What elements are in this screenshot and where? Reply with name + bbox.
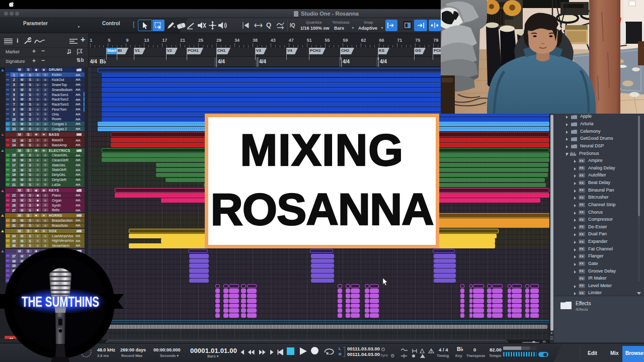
svg-text:THE SUMTHINS: THE SUMTHINS: [22, 293, 99, 310]
